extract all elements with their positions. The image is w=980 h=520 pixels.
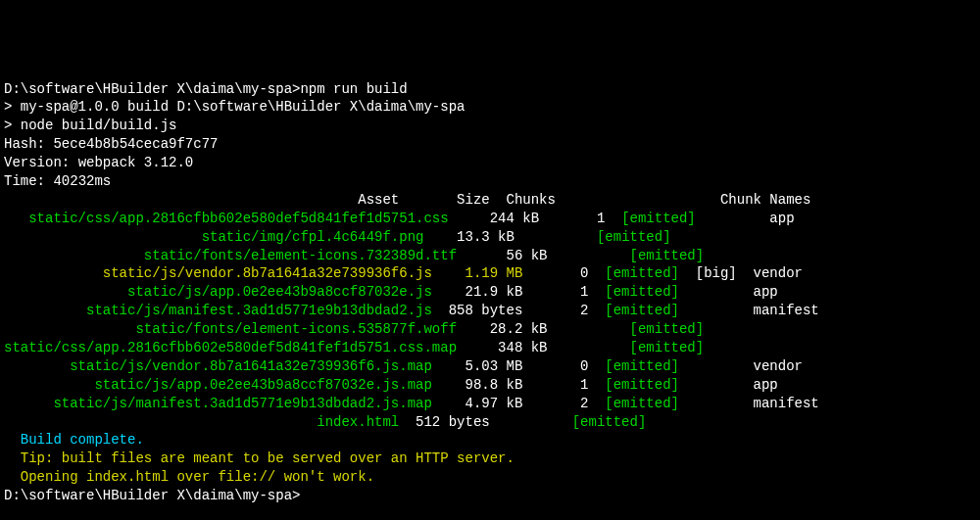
asset-emitted: [emitted] — [613, 248, 704, 263]
asset-name: static/css/app.2816cfbb602e580def5d841fe… — [4, 211, 449, 226]
tip-line: Tip: built files are meant to be served … — [4, 449, 976, 468]
asset-size: 28.2 kB — [457, 321, 547, 337]
npm-script-line: > node build/build.js — [4, 117, 976, 135]
asset-name: static/js/vendor.8b7a1641a32e739936f6.js — [4, 265, 432, 281]
asset-row: static/img/cfpl.4c6449f.png 13.3 kB [emi… — [4, 228, 976, 247]
asset-size: 56 kB — [457, 248, 547, 263]
asset-emitted: [emitted] — [589, 284, 679, 300]
version-line: Version: webpack 3.12.0 — [4, 154, 976, 172]
asset-row: static/css/app.2816cfbb602e580def5d841fe… — [4, 339, 976, 357]
asset-chunk-name: app — [737, 284, 778, 300]
terminal-output[interactable]: D:\software\HBuilder X\daima\my-spa>npm … — [4, 80, 976, 505]
asset-chunks — [548, 248, 613, 263]
asset-chunks: 0 — [522, 265, 588, 281]
asset-row: static/js/manifest.3ad1d5771e9b13dbdad2.… — [4, 395, 976, 413]
asset-emitted: [emitted] — [605, 211, 695, 226]
asset-size: 21.9 kB — [432, 284, 522, 300]
asset-big-flag — [646, 414, 704, 430]
asset-emitted: [emitted] — [613, 340, 704, 355]
asset-row: static/fonts/element-icons.732389d.ttf 5… — [4, 247, 976, 265]
asset-chunks: 2 — [522, 396, 588, 411]
asset-size: 512 bytes — [399, 414, 489, 430]
header-size: Size — [399, 192, 489, 208]
asset-big-flag — [679, 377, 737, 393]
asset-row: static/js/app.0e2ee43b9a8ccf87032e.js.ma… — [4, 376, 976, 395]
tip-text: Tip: built files are meant to be served … — [4, 450, 514, 466]
asset-emitted: [emitted] — [589, 396, 679, 411]
asset-name: static/js/app.0e2ee43b9a8ccf87032e.js.ma… — [4, 377, 432, 393]
asset-size: 858 bytes — [432, 303, 522, 318]
asset-big-flag — [679, 396, 737, 411]
npm-script-line: > my-spa@1.0.0 build D:\software\HBuilde… — [4, 98, 976, 117]
asset-name: static/js/manifest.3ad1d5771e9b13dbdad2.… — [4, 396, 432, 411]
build-complete-line: Build complete. — [4, 431, 976, 449]
asset-row: static/js/manifest.3ad1d5771e9b13dbdad2.… — [4, 302, 976, 320]
time-value: 40232ms — [53, 173, 111, 189]
asset-chunk-name: manifest — [737, 303, 819, 318]
asset-name: static/fonts/element-icons.732389d.ttf — [4, 248, 457, 263]
asset-size: 244 kB — [449, 211, 539, 226]
asset-name: static/img/cfpl.4c6449f.png — [4, 229, 423, 245]
asset-row: index.html 512 bytes [emitted] — [4, 413, 976, 432]
asset-chunk-name: app — [737, 377, 778, 393]
asset-row: static/js/app.0e2ee43b9a8ccf87032e.js 21… — [4, 283, 976, 302]
asset-big-flag: [big] — [679, 265, 737, 281]
asset-emitted: [emitted] — [589, 303, 679, 318]
asset-size: 1.19 MB — [432, 265, 522, 281]
asset-emitted: [emitted] — [589, 377, 679, 393]
asset-name: static/js/manifest.3ad1d5771e9b13dbdad2.… — [4, 303, 432, 318]
asset-row: static/css/app.2816cfbb602e580def5d841fe… — [4, 210, 976, 228]
asset-chunks: 1 — [522, 377, 588, 393]
asset-emitted: [emitted] — [589, 265, 679, 281]
header-chunks: Chunks — [490, 192, 556, 208]
asset-chunks: 2 — [522, 303, 588, 318]
asset-big-flag — [696, 211, 754, 226]
asset-chunk-name: app — [754, 211, 795, 226]
asset-big-flag — [704, 248, 761, 263]
asset-big-flag — [679, 303, 737, 318]
asset-chunks — [548, 340, 613, 355]
header-chunk-names: Chunk Names — [662, 192, 810, 208]
asset-chunk-name: manifest — [737, 396, 819, 411]
asset-chunk-name: vendor — [737, 265, 803, 281]
asset-chunks: 1 — [539, 211, 605, 226]
hash-line: Hash: 5ece4b8b54ceca9f7c77 — [4, 135, 976, 154]
asset-chunks: 1 — [522, 284, 588, 300]
asset-size: 13.3 kB — [423, 229, 514, 245]
asset-size: 98.8 kB — [432, 377, 522, 393]
asset-emitted: [emitted] — [589, 358, 679, 374]
asset-size: 5.03 MB — [432, 358, 522, 374]
prompt-text: D:\software\HBuilder X\daima\my-spa> — [4, 488, 300, 503]
asset-chunks: 0 — [522, 358, 588, 374]
asset-emitted: [emitted] — [580, 229, 670, 245]
version-value: webpack 3.12.0 — [78, 155, 194, 170]
asset-big-flag — [679, 358, 737, 374]
tip-text: Opening index.html over file:// won't wo… — [4, 469, 374, 485]
asset-chunks — [548, 321, 613, 337]
prompt-text: D:\software\HBuilder X\daima\my-spa>npm … — [4, 81, 408, 97]
asset-name: static/css/app.2816cfbb602e580def5d841fe… — [4, 340, 457, 355]
asset-name: index.html — [4, 414, 399, 430]
time-line: Time: 40232ms — [4, 172, 976, 191]
build-complete-text: Build complete. — [4, 432, 144, 448]
asset-row: static/fonts/element-icons.535877f.woff … — [4, 320, 976, 339]
asset-size: 348 kB — [457, 340, 547, 355]
asset-row: static/js/vendor.8b7a1641a32e739936f6.js… — [4, 264, 976, 283]
assets-header: Asset Size Chunks Chunk Names — [4, 191, 976, 210]
asset-row: static/js/vendor.8b7a1641a32e739936f6.js… — [4, 357, 976, 376]
hash-value: 5ece4b8b54ceca9f7c77 — [53, 136, 218, 152]
asset-name: static/js/vendor.8b7a1641a32e739936f6.js… — [4, 358, 432, 374]
asset-chunk-name: vendor — [737, 358, 803, 374]
asset-size: 4.97 kB — [432, 396, 522, 411]
asset-big-flag — [704, 340, 761, 355]
command-line: D:\software\HBuilder X\daima\my-spa>npm … — [4, 80, 976, 99]
asset-big-flag — [671, 229, 729, 245]
header-asset: Asset — [4, 192, 399, 208]
asset-chunks — [490, 414, 556, 430]
asset-chunks — [514, 229, 580, 245]
asset-emitted: [emitted] — [613, 321, 704, 337]
asset-big-flag — [679, 284, 737, 300]
asset-big-flag — [704, 321, 761, 337]
tip-line: Opening index.html over file:// won't wo… — [4, 468, 976, 487]
asset-name: static/fonts/element-icons.535877f.woff — [4, 321, 457, 337]
